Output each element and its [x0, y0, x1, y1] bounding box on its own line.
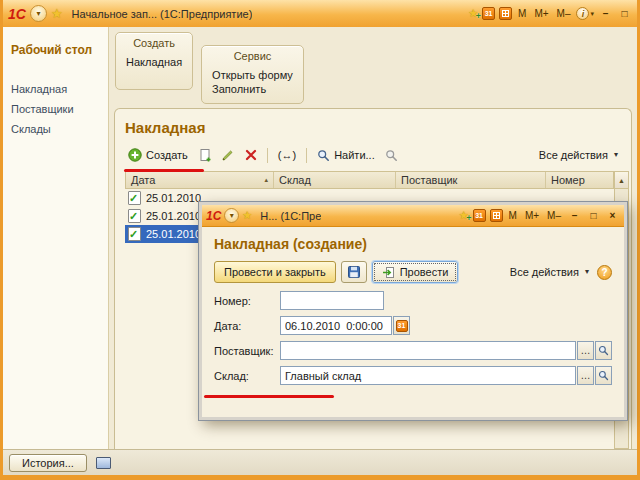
- copy-button[interactable]: [196, 146, 214, 164]
- column-label: Склад: [279, 174, 311, 186]
- cancel-search-icon: [385, 149, 398, 162]
- row-date: 25.01.2010: [146, 192, 201, 204]
- maximize-button[interactable]: □: [586, 209, 601, 222]
- column-header-postavshik[interactable]: Поставщик: [396, 172, 546, 188]
- create-button[interactable]: Создать: [125, 146, 191, 164]
- 1c-logo-icon: 1С: [206, 210, 221, 222]
- delete-button[interactable]: [242, 146, 260, 164]
- swap-button[interactable]: (↔): [275, 147, 299, 163]
- open-windows-button[interactable]: [93, 453, 115, 472]
- dialog-menu-button[interactable]: ▾: [224, 208, 239, 223]
- memory-m-button[interactable]: М: [507, 210, 519, 222]
- edit-button[interactable]: [219, 146, 237, 164]
- list-title: Накладная: [125, 119, 629, 136]
- history-button[interactable]: История...: [9, 454, 87, 472]
- calculator-button[interactable]: [499, 7, 512, 20]
- pencil-icon: [221, 149, 234, 162]
- sidebar-item-nakladnaya[interactable]: Накладная: [11, 83, 100, 95]
- column-header-sklad[interactable]: Склад: [274, 172, 396, 188]
- annotation-underline-warehouse: [204, 395, 334, 398]
- calculator-grid-icon: [493, 212, 500, 219]
- titlebar-right-cluster: ★ + 31 М М+ М– i ▾ – □: [468, 7, 632, 20]
- memory-m-plus-button[interactable]: М+: [532, 8, 550, 20]
- number-field-row: Номер:: [214, 291, 612, 310]
- warehouse-select-button[interactable]: …: [577, 366, 594, 385]
- delete-x-icon: [245, 149, 257, 161]
- cancel-search-button[interactable]: [383, 146, 401, 164]
- post-document-icon: [382, 266, 395, 279]
- save-button[interactable]: [341, 261, 367, 283]
- sort-asc-icon: ▴: [264, 176, 268, 184]
- sidebar-item-sklady[interactable]: Склады: [11, 123, 100, 135]
- supplier-select-button[interactable]: …: [577, 341, 594, 360]
- memory-m-minus-button[interactable]: М–: [545, 210, 563, 222]
- calendar-day-label: 31: [398, 322, 406, 329]
- add-favorite-button[interactable]: ★ +: [468, 8, 478, 19]
- sidebar-item-postavshiki[interactable]: Поставщики: [11, 103, 100, 115]
- minimize-button[interactable]: –: [598, 7, 613, 20]
- favorites-star-icon[interactable]: ★: [242, 210, 252, 221]
- plus-icon: +: [466, 214, 471, 223]
- row-date: 25.01.2010: [146, 210, 201, 222]
- list-toolbar: Создать (↔) Найт: [125, 146, 629, 171]
- post-button-label: Провести: [400, 266, 449, 278]
- dialog-toolbar: Провести и закрыть Провести Все действия…: [214, 261, 612, 283]
- annotation-underline-create: [124, 169, 204, 172]
- all-actions-button[interactable]: Все действия ▾: [536, 147, 621, 163]
- number-label: Номер:: [214, 295, 280, 307]
- calendar-icon: 31: [396, 320, 408, 332]
- column-header-date[interactable]: Дата ▴: [126, 172, 274, 188]
- find-button[interactable]: Найти...: [314, 147, 378, 164]
- document-check-icon: ✓: [128, 191, 141, 205]
- date-input[interactable]: [280, 316, 392, 335]
- column-label: Дата: [131, 174, 155, 186]
- scroll-up-button[interactable]: ▲: [615, 172, 628, 189]
- post-and-close-button[interactable]: Провести и закрыть: [214, 261, 336, 283]
- warehouse-input[interactable]: [280, 366, 576, 385]
- memory-m-minus-button[interactable]: М–: [555, 8, 573, 20]
- status-bar: История...: [3, 449, 637, 475]
- search-icon: [317, 149, 330, 162]
- minimize-button[interactable]: –: [567, 209, 582, 222]
- calculator-button[interactable]: [490, 209, 503, 222]
- date-field-row: Дата: 31: [214, 316, 612, 335]
- warehouse-search-button[interactable]: [595, 366, 612, 385]
- dialog-all-actions-button[interactable]: Все действия ▾: [507, 264, 592, 280]
- chevron-down-icon: ▾: [590, 10, 594, 17]
- dialog-body: Накладная (создание) Провести и закрыть …: [202, 227, 624, 417]
- document-check-icon: ✓: [128, 227, 141, 241]
- close-button[interactable]: ×: [605, 209, 620, 222]
- floppy-save-icon: [347, 265, 361, 279]
- fill-button[interactable]: Заполнить: [212, 83, 293, 95]
- memory-m-plus-button[interactable]: М+: [523, 210, 541, 222]
- supplier-field-row: Поставщик: …: [214, 341, 612, 360]
- row-date: 25.01.2010: [146, 228, 201, 240]
- main-titlebar: 1С ▾ ★ Начальное зап... (1С:Предприятие)…: [3, 0, 637, 27]
- sidebar-title: Рабочий стол: [11, 43, 100, 57]
- command-group-service: Сервис Открыть форму Заполнить: [201, 45, 304, 104]
- supplier-search-button[interactable]: [595, 341, 612, 360]
- check-icon: ✓: [129, 227, 138, 241]
- favorites-star-icon[interactable]: ★: [51, 7, 63, 20]
- table-header: Дата ▴ Склад Поставщик Номер: [125, 171, 614, 189]
- info-button[interactable]: i ▾: [576, 7, 594, 20]
- help-button[interactable]: ?: [597, 265, 612, 280]
- column-header-nomer[interactable]: Номер: [546, 172, 613, 188]
- plus-icon: +: [476, 12, 481, 21]
- create-nakladnaya-button[interactable]: Накладная: [126, 56, 182, 68]
- open-form-button[interactable]: Открыть форму: [212, 69, 293, 81]
- maximize-button[interactable]: □: [617, 7, 632, 20]
- number-input[interactable]: [280, 291, 384, 310]
- main-menu-button[interactable]: ▾: [30, 5, 47, 22]
- memory-m-button[interactable]: М: [516, 8, 528, 20]
- date-picker-button[interactable]: 31: [393, 316, 410, 335]
- document-check-icon: ✓: [128, 209, 141, 223]
- supplier-input[interactable]: [280, 341, 576, 360]
- add-favorite-button[interactable]: ★ +: [459, 210, 469, 221]
- 1c-logo-icon: 1С: [8, 7, 26, 21]
- post-button[interactable]: Провести: [372, 261, 459, 283]
- all-actions-label: Все действия: [539, 149, 608, 161]
- calendar-button[interactable]: 31: [482, 7, 495, 20]
- info-icon: i: [576, 7, 589, 20]
- calendar-button[interactable]: 31: [473, 209, 486, 222]
